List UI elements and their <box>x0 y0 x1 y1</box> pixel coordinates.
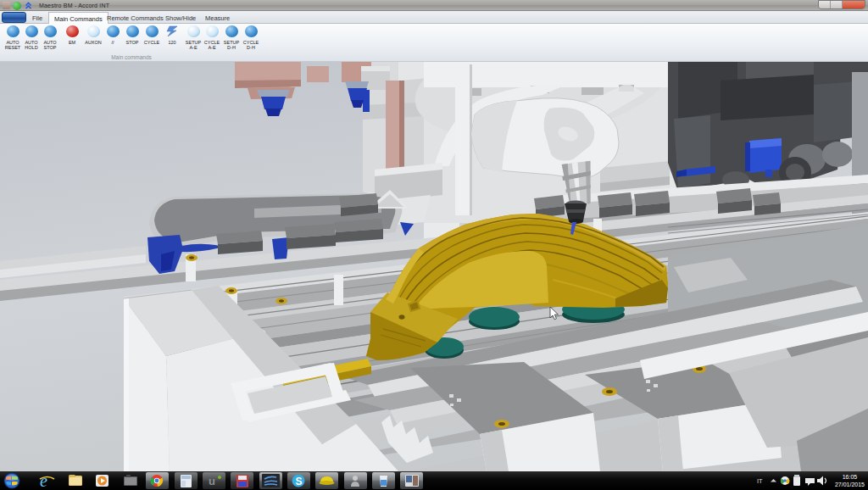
svg-text:IT: IT <box>757 477 763 485</box>
svg-text:u: u <box>209 475 215 487</box>
svg-text:S: S <box>296 476 303 487</box>
svg-text:e: e <box>40 471 47 490</box>
